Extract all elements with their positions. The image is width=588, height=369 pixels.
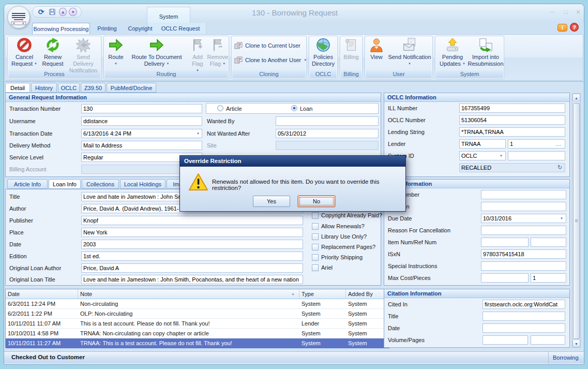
clone-to-another-user-button[interactable]: Clone to Another User ▼ [234, 55, 307, 65]
qat-refresh-button[interactable]: ⟳ [37, 7, 46, 17]
due-date-field[interactable] [481, 214, 566, 223]
clone-to-current-user-button[interactable]: Clone to Current User [234, 40, 300, 51]
transaction-date-dropdown[interactable]: ▼ [195, 130, 201, 137]
volume-field[interactable] [483, 335, 528, 345]
tab-z3950[interactable]: Z39.50 [81, 83, 105, 93]
checkbox-copyright-already-paid[interactable] [312, 212, 319, 219]
qat-save-button[interactable] [48, 7, 56, 17]
edition-field[interactable] [81, 252, 303, 261]
notes-header-type[interactable]: Type [299, 289, 346, 299]
note-row-selected[interactable]: 10/11/2011 11:27 AMTRNAA: This is a test… [6, 338, 389, 348]
status-refresh-button[interactable]: ↻ [557, 164, 562, 171]
citation-date-field[interactable] [483, 323, 565, 333]
route-to-document-delivery-button[interactable]: Route To Document Delivery ▼ [127, 37, 186, 67]
help-icon: ? [572, 24, 576, 31]
not-wanted-after-field[interactable] [276, 129, 379, 138]
tab-oclc-request[interactable]: OCLC Request [157, 23, 204, 34]
ref-num-field[interactable] [531, 238, 566, 247]
import-into-resubmission-button[interactable]: Import into Resubmission [467, 37, 504, 67]
original-loan-title-field[interactable] [81, 275, 303, 284]
tab-article-info[interactable]: Article Info [7, 179, 48, 189]
ill-number-field[interactable] [459, 104, 565, 113]
lending-string-field[interactable] [459, 127, 565, 137]
tab-local-holdings[interactable]: Local Holdings [120, 179, 165, 189]
cited-in-field[interactable] [483, 300, 565, 309]
notes-header-date[interactable]: Date [6, 289, 78, 299]
checkbox-priority-shipping[interactable] [312, 254, 319, 261]
info-bubble-button[interactable]: i [557, 24, 567, 32]
minimize-button[interactable]: ─ [546, 8, 559, 17]
note-row[interactable]: 6/2/2011 1:22 PMOLP: Non-circulatingSyst… [6, 309, 389, 319]
transaction-number-field[interactable] [81, 104, 202, 113]
note-row[interactable]: 10/10/2011 4:58 PMTRNAA: Non-circulating… [6, 329, 389, 338]
send-notification-button[interactable]: Send Notification▼ [387, 37, 432, 67]
scroll-thumb[interactable] [573, 103, 580, 339]
note-row[interactable]: 6/3/2011 12:24 PMNon-circulatingSystemSy… [6, 299, 389, 309]
publisher-field[interactable] [81, 216, 303, 225]
lender-field[interactable] [459, 139, 506, 149]
checkbox-ariel[interactable] [312, 264, 319, 271]
reason-for-cancellation-field[interactable] [481, 226, 566, 235]
checkbox-replacement-pages[interactable] [312, 244, 319, 250]
site-field [276, 141, 379, 150]
app-menu-button[interactable] [7, 6, 30, 28]
tab-printing[interactable]: Printing [93, 23, 121, 34]
qat-move-down-button[interactable]: ▼ [69, 8, 77, 16]
oclc-number-field[interactable] [459, 115, 565, 125]
system-id-dropdown[interactable]: ▼ [498, 152, 504, 159]
dialog-message: Renewals not allowed for this item. Do y… [212, 179, 401, 191]
username-field[interactable] [81, 116, 202, 126]
tab-copyright[interactable]: Copyright [124, 23, 156, 34]
location-field[interactable] [481, 202, 566, 211]
tab-detail[interactable]: Detail [5, 83, 30, 93]
date-field[interactable] [81, 240, 303, 249]
sort-asc-icon: ▲ [291, 292, 295, 296]
radio-article[interactable] [217, 105, 223, 111]
scroll-up-button[interactable]: ▲ [572, 94, 580, 101]
radio-loan[interactable] [291, 105, 297, 111]
notes-header-note[interactable]: Note [78, 289, 299, 299]
tab-loan-info[interactable]: Loan Info [49, 179, 81, 189]
help-button[interactable]: ? [570, 23, 579, 32]
no-button[interactable]: No [298, 196, 335, 207]
isxn-field[interactable] [481, 249, 566, 259]
note-row[interactable]: 10/11/2011 11:07 AMThis is a test accoun… [6, 319, 389, 329]
policies-directory-button[interactable]: Policies Directory [310, 37, 337, 67]
dialog-override-restriction: Override Restriction Renewals not allowe… [179, 155, 406, 212]
place-field[interactable] [81, 228, 303, 237]
view-user-button[interactable]: View [367, 37, 386, 61]
renew-request-button[interactable]: Renew Request [40, 37, 65, 67]
close-button[interactable]: ✕ [572, 8, 584, 17]
pages-field[interactable] [531, 335, 565, 345]
notes-header-added-by[interactable]: Added By [346, 289, 389, 299]
tab-history[interactable]: History [31, 83, 57, 93]
citation-title-field[interactable] [483, 312, 565, 321]
tab-collections[interactable]: Collections [82, 179, 119, 189]
panel-oclc-header: OCLC Information [384, 93, 569, 102]
due-date-dropdown[interactable]: ▼ [559, 215, 565, 222]
original-loan-author-field[interactable] [81, 263, 303, 273]
tab-borrowing-processing[interactable]: Borrowing Processing [32, 23, 90, 34]
call-number-field[interactable] [481, 190, 566, 199]
yes-button[interactable]: Yes [253, 196, 290, 207]
checkbox-allow-renewals[interactable] [312, 223, 319, 230]
delivery-method-field[interactable] [81, 141, 202, 150]
max-cost-field[interactable] [481, 273, 529, 283]
lender-ellipsis-button[interactable]: … [555, 140, 561, 147]
special-instructions-field[interactable] [481, 261, 566, 271]
item-num-field[interactable] [481, 238, 529, 247]
cancel-request-button[interactable]: Cancel Request ▼ [9, 37, 39, 67]
qat-move-up-button[interactable]: ▲ [59, 8, 67, 16]
checkbox-replacement-pages-label: Replacement Pages? [321, 244, 375, 250]
maximize-button[interactable]: □ [560, 8, 572, 17]
checkbox-library-use-only[interactable] [312, 233, 319, 240]
wanted-by-field[interactable] [276, 116, 379, 126]
transaction-date-field[interactable] [81, 129, 202, 138]
pending-updates-button[interactable]: Pending Updates ▼ [437, 37, 468, 67]
scroll-down-button[interactable]: ▼ [572, 340, 580, 347]
tab-oclc[interactable]: OCLC [58, 83, 80, 93]
tab-pubmed-docline[interactable]: PubMed/Docline [107, 83, 156, 93]
pieces-field[interactable] [531, 273, 566, 283]
system-id-aux-field[interactable] [508, 151, 565, 160]
route-button[interactable]: Route▼ [105, 37, 126, 67]
